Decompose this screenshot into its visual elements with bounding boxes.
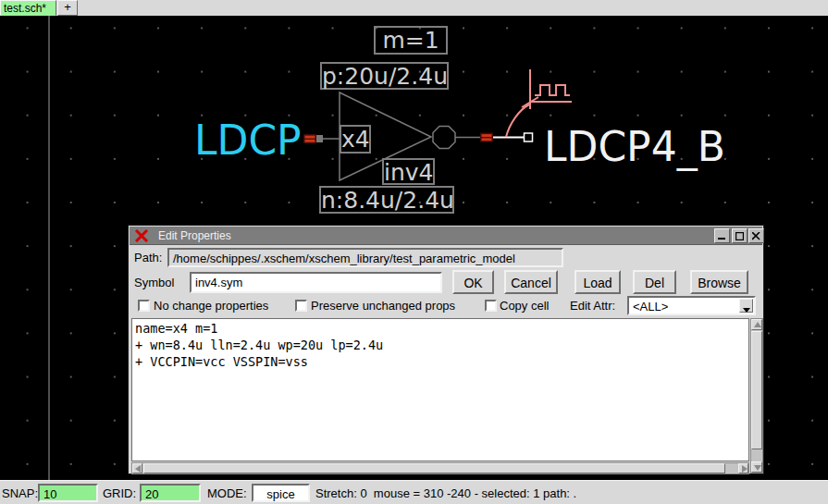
grid-label: GRID: — [103, 486, 136, 500]
mode-input[interactable]: spice — [252, 484, 310, 502]
instance-mult-label[interactable]: x4 — [340, 125, 371, 154]
dialog-title: Edit Properties — [158, 229, 231, 242]
path-label: Path: — [134, 251, 162, 264]
copy-cell-label: Copy cell — [500, 299, 549, 313]
no-change-properties-checkbox[interactable] — [138, 300, 150, 312]
edit-attr-value: <ALL> — [633, 300, 668, 313]
edit-properties-dialog: Edit Properties Path: /home/schippes/.xs… — [128, 225, 764, 474]
new-tab-button[interactable]: + — [57, 0, 78, 16]
output-pin[interactable] — [480, 133, 493, 142]
preserve-unchanged-checkbox[interactable] — [295, 300, 307, 312]
preserve-unchanged-label: Preserve unchanged props — [311, 299, 455, 313]
output-net-label[interactable]: LDCP4_B — [544, 127, 725, 167]
status-info: Stretch: 0 mouse = 310 -240 - selected: … — [315, 486, 576, 500]
xschem-window: test.sch* + — [0, 0, 828, 504]
symbol-label: Symbol — [134, 276, 174, 289]
input-net-label[interactable]: LDCP — [194, 120, 302, 161]
path-entry[interactable]: /home/schippes/.xschem/xschem_library/te… — [167, 248, 563, 267]
dialog-titlebar[interactable]: Edit Properties — [130, 227, 762, 245]
vertical-scrollbar[interactable] — [750, 318, 763, 473]
input-pin[interactable] — [303, 134, 323, 143]
edit-attr-label: Edit Attr: — [570, 299, 615, 313]
close-icon — [752, 232, 760, 240]
tab-test-sch[interactable]: test.sch* — [0, 0, 56, 16]
param-p-label[interactable]: p:20u/2.4u — [320, 62, 449, 90]
minimize-icon — [718, 232, 726, 240]
minimize-button[interactable] — [714, 228, 730, 243]
output-wire[interactable] — [493, 133, 533, 141]
vertical-scroll-thumb[interactable] — [751, 331, 762, 449]
del-button[interactable]: Del — [633, 270, 676, 294]
mode-label: MODE: — [207, 486, 247, 500]
status-bar: SNAP: 10 GRID: 20 MODE: spice Stretch: 0… — [0, 480, 828, 504]
edit-attr-combobox[interactable]: <ALL> — [627, 296, 756, 315]
ok-button[interactable]: OK — [452, 270, 494, 294]
horizontal-scroll-thumb[interactable] — [143, 463, 725, 473]
instance-name-label[interactable]: inv4 — [382, 158, 435, 185]
scroll-up-button[interactable] — [751, 319, 762, 330]
param-m-label[interactable]: m=1 — [374, 26, 448, 55]
cancel-button[interactable]: Cancel — [504, 270, 558, 294]
no-change-properties-label: No change properties — [154, 299, 268, 313]
maximize-button[interactable] — [732, 228, 748, 243]
maximize-icon — [735, 232, 744, 240]
scroll-down-button[interactable] — [751, 461, 762, 473]
xschem-logo-icon — [135, 229, 149, 242]
snap-input[interactable]: 10 — [38, 484, 98, 502]
horizontal-scrollbar[interactable] — [131, 462, 749, 474]
browse-button[interactable]: Browse — [690, 270, 748, 294]
properties-textarea[interactable]: name=x4 m=1 + wn=8.4u lln=2.4u wp=20u lp… — [131, 318, 749, 461]
close-button[interactable] — [748, 228, 764, 243]
combo-dropdown-icon[interactable] — [739, 299, 753, 313]
tab-bar: test.sch* + — [0, 0, 828, 16]
snap-label: SNAP: — [2, 486, 38, 500]
param-n-label[interactable]: n:8.4u/2.4u — [319, 186, 454, 214]
scroll-left-button[interactable] — [132, 463, 142, 473]
load-button[interactable]: Load — [575, 270, 621, 294]
symbol-entry[interactable]: inv4.sym — [190, 272, 442, 293]
copy-cell-checkbox[interactable] — [485, 300, 497, 312]
grid-input[interactable]: 20 — [140, 484, 201, 502]
scroll-right-button[interactable] — [738, 463, 748, 473]
